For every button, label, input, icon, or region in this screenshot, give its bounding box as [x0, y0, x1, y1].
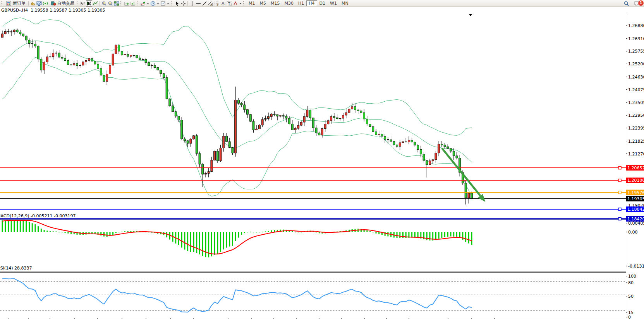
- toolbar-separator: [28, 1, 29, 6]
- timeframe-button-D1[interactable]: D1: [317, 0, 328, 6]
- timeframe-button-M15[interactable]: M15: [268, 0, 282, 6]
- horizontal-line-icon[interactable]: [195, 0, 201, 7]
- chart-candles-icon[interactable]: [86, 0, 92, 7]
- svg-text:1.22395: 1.22395: [628, 126, 644, 131]
- toolbar-grip: [171, 1, 172, 5]
- text-icon[interactable]: A: [220, 0, 226, 7]
- svg-text:1.25200: 1.25200: [628, 61, 644, 67]
- zoom-out-icon[interactable]: [107, 0, 113, 7]
- svg-text:1.21270: 1.21270: [628, 152, 644, 157]
- profiles-icon[interactable]: [30, 0, 36, 7]
- svg-text:80: 80: [628, 280, 634, 285]
- chart-shift-icon[interactable]: [130, 0, 136, 7]
- arrows-icon[interactable]: [232, 0, 239, 7]
- toolbar-grip: [1, 1, 2, 5]
- svg-text:1.20106: 1.20106: [627, 178, 644, 183]
- svg-text:1.22950: 1.22950: [628, 113, 644, 118]
- tile-windows-icon[interactable]: [113, 0, 120, 7]
- svg-text:1.24075: 1.24075: [628, 87, 644, 92]
- svg-text:1.23505: 1.23505: [628, 100, 644, 105]
- chat-icon[interactable]: 1: [634, 1, 641, 7]
- auto-scroll-icon[interactable]: [124, 0, 130, 7]
- svg-text:1.18842: 1.18842: [627, 207, 644, 212]
- chart-bars-icon[interactable]: [80, 0, 86, 7]
- svg-text:F: F: [217, 3, 219, 6]
- svg-text:0.00: 0.00: [628, 230, 638, 235]
- new-order-label: 新订单: [13, 0, 26, 6]
- timeframe-button-M1[interactable]: M1: [246, 0, 258, 6]
- toolbar-right-icons: 1: [623, 0, 641, 7]
- svg-text:-0.013143: -0.013143: [628, 264, 644, 269]
- toolbar: 新订单 自动交易: [0, 0, 644, 7]
- svg-text:T: T: [228, 2, 230, 5]
- autotrading-button[interactable]: 自动交易: [48, 0, 76, 7]
- timeframe-button-H1[interactable]: H1: [296, 0, 306, 6]
- chat-notification-badge[interactable]: 1: [638, 0, 644, 6]
- macd-label: MACD(12,26,9) -0.005211 -0.003197: [0, 213, 76, 218]
- periods-dropdown-arrow[interactable]: [157, 3, 159, 4]
- market-watch-icon[interactable]: [36, 0, 42, 7]
- toolbar-separator: [187, 1, 188, 6]
- timeframe-button-H4[interactable]: H4: [306, 0, 317, 6]
- timeframe-toolbar: M1M5M15M30H1H4D1W1MN: [246, 0, 351, 6]
- text-label-icon[interactable]: T: [226, 0, 232, 7]
- fibonacci-icon[interactable]: F: [214, 0, 220, 7]
- timeframe-button-W1[interactable]: W1: [328, 0, 339, 6]
- toolbar-grip: [137, 1, 138, 5]
- svg-text:1.26310: 1.26310: [628, 36, 644, 41]
- crosshair-icon[interactable]: [180, 0, 186, 7]
- periods-icon[interactable]: [150, 0, 156, 7]
- symbol-ohlc-line: GBPUSD-,H4 1.19558 1.19587 1.19305 1.193…: [1, 8, 105, 13]
- svg-text:0: 0: [628, 315, 631, 319]
- search-icon[interactable]: [623, 0, 629, 7]
- svg-text:E: E: [211, 3, 213, 6]
- svg-text:1.26880: 1.26880: [628, 23, 644, 28]
- trendline-icon[interactable]: [201, 0, 208, 7]
- indicators-dropdown-arrow[interactable]: [147, 3, 149, 4]
- rsi-label: RSI(14) 28.8337: [0, 266, 32, 271]
- svg-text:1.25755: 1.25755: [628, 49, 644, 54]
- autotrading-icon: [50, 0, 56, 7]
- autotrading-label: 自动交易: [57, 0, 74, 6]
- chart-canvas: 1.268801.263101.257551.252001.246301.240…: [0, 7, 644, 319]
- mt4-window: 新订单 自动交易: [0, 0, 644, 319]
- svg-text:A: A: [222, 1, 225, 6]
- new-order-icon: [5, 0, 12, 7]
- toolbar-grip: [77, 1, 78, 5]
- svg-text:100: 100: [628, 274, 636, 279]
- templates-dropdown-arrow[interactable]: [167, 3, 169, 4]
- templates-icon[interactable]: [160, 0, 166, 7]
- new-order-button[interactable]: 新订单: [4, 0, 27, 7]
- equidistant-channel-icon[interactable]: E: [208, 0, 214, 7]
- cursor-icon[interactable]: [174, 0, 180, 7]
- timeframe-button-M30[interactable]: M30: [282, 0, 296, 6]
- svg-text:1.19576: 1.19576: [627, 190, 644, 195]
- vertical-line-icon[interactable]: [189, 0, 195, 7]
- toolbar-grip: [120, 1, 122, 5]
- svg-text:50: 50: [628, 294, 634, 299]
- toolbar-grip: [243, 1, 245, 5]
- navigator-icon[interactable]: [42, 0, 48, 7]
- zoom-in-icon[interactable]: [101, 0, 107, 7]
- svg-text:1.20652: 1.20652: [627, 165, 644, 171]
- arrows-dropdown-arrow[interactable]: [239, 3, 242, 4]
- svg-text:1.19305: 1.19305: [627, 196, 644, 201]
- svg-text:1.21825: 1.21825: [628, 139, 644, 144]
- svg-text:1.24630: 1.24630: [628, 75, 644, 80]
- toolbar-separator: [100, 1, 100, 6]
- indicators-icon[interactable]: [140, 0, 146, 7]
- timeframe-button-MN[interactable]: MN: [339, 0, 351, 6]
- timeframe-button-M5[interactable]: M5: [258, 0, 269, 6]
- svg-text:0.004057: 0.004057: [628, 221, 644, 226]
- chart-line-icon[interactable]: [92, 0, 98, 7]
- chart-region[interactable]: 1.268801.263101.257551.252001.246301.240…: [0, 7, 644, 319]
